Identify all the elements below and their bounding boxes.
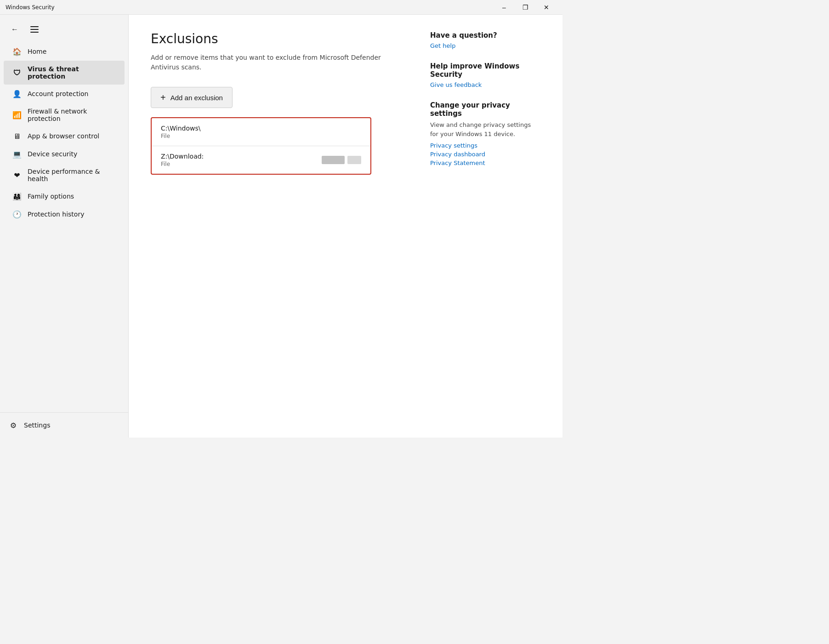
exclusion-type-1: File [161, 161, 204, 167]
sidebar-item-firewall-label: Firewall & network protection [28, 108, 115, 122]
sidebar-item-virus-label: Virus & threat protection [28, 65, 115, 80]
exclusion-info-1: Z:\Download: File [161, 153, 204, 167]
person-icon: 👤 [13, 90, 21, 98]
network-icon: 📶 [13, 111, 21, 119]
home-icon: 🏠 [13, 47, 21, 56]
sidebar-item-protection-history[interactable]: 🕐 Protection history [4, 205, 125, 223]
exclusion-type-0: File [161, 133, 200, 139]
hamburger-line-2 [30, 29, 39, 30]
sidebar-item-app-browser-label: App & browser control [28, 132, 99, 140]
exclusion-item-1[interactable]: Z:\Download: File [152, 146, 370, 174]
sidebar-item-device-health-label: Device performance & health [28, 168, 115, 182]
sidebar-item-home[interactable]: 🏠 Home [4, 43, 125, 60]
app-title: Windows Security [6, 4, 55, 11]
plus-icon: + [160, 93, 166, 102]
sidebar-item-device-security-label: Device security [28, 150, 77, 158]
sidebar-item-account[interactable]: 👤 Account protection [4, 85, 125, 103]
privacy-settings-link[interactable]: Privacy settings [430, 142, 540, 149]
hamburger-line-3 [30, 32, 39, 33]
sidebar-item-app-browser[interactable]: 🖥 App & browser control [4, 127, 125, 145]
privacy-description: View and change privacy settings for you… [430, 120, 540, 138]
nav-list: 🏠 Home 🛡 Virus & threat protection 👤 Acc… [0, 39, 128, 412]
content-left: Exclusions Add or remove items that you … [151, 31, 403, 421]
help-section: Have a question? Get help [430, 31, 540, 49]
redacted-block-sm-1 [347, 156, 361, 164]
sidebar-item-home-label: Home [28, 48, 46, 55]
title-bar-controls: – ❐ ✕ [494, 0, 557, 15]
sidebar-bottom: ⚙ Settings [0, 412, 128, 438]
sidebar-item-device-security[interactable]: 💻 Device security [4, 145, 125, 163]
sidebar-item-family[interactable]: 👨‍👩‍👧 Family options [4, 188, 125, 205]
app-layout: ← 🏠 Home 🛡 Virus & threat protection 👤 A… [0, 15, 562, 438]
help-title: Have a question? [430, 31, 540, 40]
exclusion-path-0: C:\Windows\ [161, 125, 200, 132]
sidebar-item-family-label: Family options [28, 193, 74, 200]
history-icon: 🕐 [13, 210, 21, 218]
hamburger-menu-button[interactable] [28, 22, 42, 37]
feedback-title: Help improve Windows Security [430, 62, 540, 79]
back-button[interactable]: ← [7, 22, 22, 37]
feedback-section: Help improve Windows Security Give us fe… [430, 62, 540, 88]
sidebar-item-device-health[interactable]: ❤ Device performance & health [4, 163, 125, 187]
privacy-dashboard-link[interactable]: Privacy dashboard [430, 151, 540, 158]
laptop-icon: 💻 [13, 150, 21, 158]
family-icon: 👨‍👩‍👧 [13, 192, 21, 200]
redacted-block-1 [322, 156, 345, 164]
page-title: Exclusions [151, 31, 403, 46]
sidebar-item-settings[interactable]: ⚙ Settings [4, 416, 125, 434]
monitor-icon: 🖥 [13, 132, 21, 140]
gear-icon: ⚙ [9, 421, 17, 429]
close-button[interactable]: ✕ [536, 0, 557, 15]
sidebar-item-firewall[interactable]: 📶 Firewall & network protection [4, 103, 125, 127]
sidebar-top: ← [0, 18, 128, 39]
exclusions-list: C:\Windows\ File Z:\Download: File [151, 117, 371, 175]
sidebar-item-account-label: Account protection [28, 90, 89, 97]
page-description: Add or remove items that you want to exc… [151, 53, 390, 72]
exclusion-info-0: C:\Windows\ File [161, 125, 200, 139]
hamburger-line-1 [30, 26, 39, 27]
exclusion-path-1: Z:\Download: [161, 153, 204, 160]
get-help-link[interactable]: Get help [430, 42, 540, 49]
exclusion-item-0[interactable]: C:\Windows\ File [152, 118, 370, 146]
title-bar: Windows Security – ❐ ✕ [0, 0, 562, 15]
sidebar-item-settings-label: Settings [24, 422, 50, 429]
shield-icon: 🛡 [13, 68, 21, 77]
sidebar: ← 🏠 Home 🛡 Virus & threat protection 👤 A… [0, 15, 129, 438]
content-right: Have a question? Get help Help improve W… [430, 31, 540, 421]
heart-icon: ❤ [13, 171, 21, 179]
title-bar-left: Windows Security [6, 4, 55, 11]
sidebar-item-virus[interactable]: 🛡 Virus & threat protection [4, 61, 125, 85]
maximize-button[interactable]: ❐ [515, 0, 536, 15]
exclusion-actions-1 [322, 156, 361, 164]
sidebar-item-protection-history-label: Protection history [28, 211, 84, 218]
privacy-title: Change your privacy settings [430, 101, 540, 118]
give-feedback-link[interactable]: Give us feedback [430, 81, 540, 88]
main-content: Exclusions Add or remove items that you … [129, 15, 562, 438]
privacy-section: Change your privacy settings View and ch… [430, 101, 540, 166]
add-exclusion-button[interactable]: + Add an exclusion [151, 87, 233, 108]
privacy-statement-link[interactable]: Privacy Statement [430, 160, 540, 166]
add-exclusion-label: Add an exclusion [170, 94, 223, 102]
minimize-button[interactable]: – [494, 0, 515, 15]
